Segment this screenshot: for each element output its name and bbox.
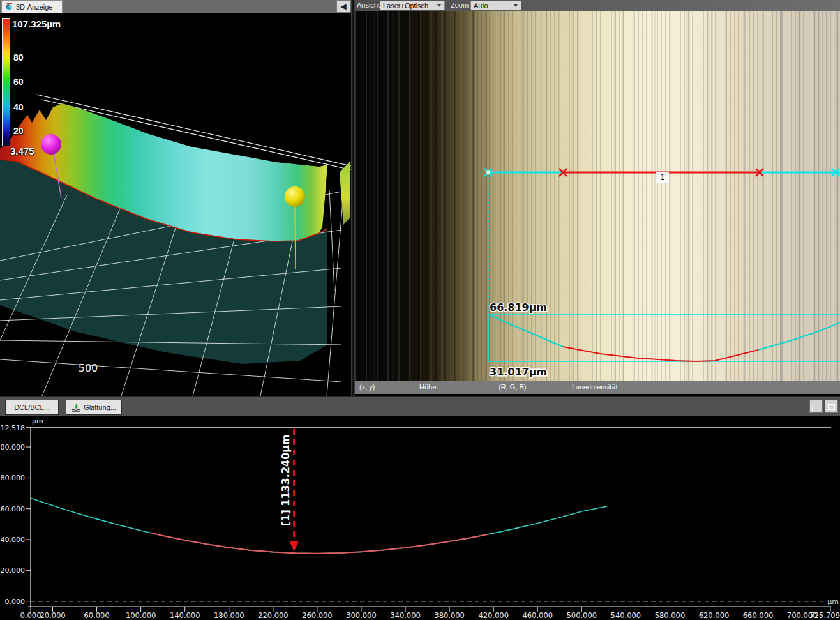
x-tick-label: 100.000 [126, 611, 156, 620]
image-profile-curve-red [563, 347, 758, 361]
profile-curve-measured-segment [152, 533, 488, 554]
x-tick-label: 0.000 [20, 611, 41, 620]
view-mode-value: Laser+Optisch [383, 2, 434, 10]
height-colorbar [2, 18, 10, 146]
surface-right-sliver [340, 161, 350, 225]
x-tick-label: 660.000 [743, 611, 774, 620]
x-tick-label: 340.000 [390, 611, 421, 620]
status-laser: Laserintensität = [572, 383, 626, 391]
x-tick-label: 60.000 [84, 611, 109, 620]
colorbar-min-label: 3.475 [10, 146, 34, 156]
colorbar-tick-20: 20 [13, 126, 24, 136]
y-tick-label: 112.518 [0, 424, 25, 432]
chevron-down-icon [437, 4, 442, 7]
collapse-arrow-icon: ◀ [340, 3, 346, 10]
y-tick-label: 80.000 [1, 474, 26, 482]
application-window: 3D-Anzeige ◀ [0, 0, 840, 620]
status-xy: (x, y) = [359, 383, 383, 391]
x-tick-label: 725.709 [809, 611, 840, 620]
y-tick-label: 40.000 [1, 536, 26, 544]
x-tick-label: 300.000 [346, 611, 377, 620]
zoom-select[interactable]: Auto [470, 1, 521, 10]
x-tick-label: 220.000 [258, 611, 289, 620]
y-unit-label: µm [32, 417, 43, 425]
x-tick-label: 540.000 [611, 611, 641, 620]
lower-height-label: 31.017µm [490, 366, 547, 378]
tab-dcl-bcl[interactable]: DCL/BCL... [5, 400, 59, 415]
x-tick-label: 140.000 [170, 611, 200, 620]
optical-image-view[interactable]: 1 66.819µm 31.017µm [355, 11, 840, 381]
tab-glaettung[interactable]: Glättung... [66, 400, 122, 415]
3d-view-icon [4, 3, 13, 11]
collapse-panel-button[interactable]: ◀ [336, 0, 350, 13]
left-panel-tabbar: 3D-Anzeige ◀ [0, 0, 351, 13]
y-tick-label: 20.000 [1, 566, 26, 575]
restore-icon [828, 404, 835, 410]
bottom-panel-tabbar: DCL/BCL... Glättung... [0, 396, 840, 417]
tab-glaettung-label: Glättung... [84, 404, 116, 411]
image-view-toolbar: Ansicht Laser+Optisch Zoom Auto [355, 0, 840, 11]
minimize-icon [812, 407, 820, 411]
x-tick-label: 420.000 [478, 611, 509, 620]
x-unit-label: µm [827, 598, 839, 606]
profile-region-overlay: 66.819µm 31.017µm [488, 176, 840, 378]
measurement-number-label: 1 [660, 173, 665, 182]
restore-panel-button[interactable] [825, 400, 838, 413]
end-marker-pin [295, 207, 296, 269]
x-tick-label: 620.000 [699, 611, 730, 620]
chevron-down-icon [513, 4, 518, 7]
axis-tick-500: 500 [79, 362, 98, 374]
x-tick-label: 180.000 [214, 611, 244, 620]
profile-chart: µmµm0.00020.00040.00060.00080.000100.000… [0, 416, 840, 620]
profile-chart-panel: µmµm0.00020.00040.00060.00080.000100.000… [0, 416, 840, 620]
view-mode-select[interactable]: Laser+Optisch [380, 1, 445, 10]
tab-3d-anzeige-label: 3D-Anzeige [16, 3, 52, 11]
image-texture-streaks [419, 11, 830, 381]
colorbar-max-label: 107.325µm [12, 19, 61, 29]
x-tick-label: 260.000 [302, 611, 333, 620]
status-rgb: (R, G, B) = [499, 383, 534, 391]
x-tick-label: 20.000 [40, 611, 65, 620]
x-tick-label: 460.000 [522, 611, 553, 620]
end-marker-sphere[interactable] [285, 186, 305, 207]
colorbar-tick-80: 80 [13, 52, 24, 63]
image-profile-curve-cyan [488, 314, 563, 347]
minimize-panel-button[interactable] [809, 400, 823, 413]
status-height: Höhe = [419, 383, 444, 391]
profile-curve [31, 498, 607, 554]
annotation-arrowhead [290, 541, 299, 552]
3d-view-panel[interactable]: 500 107.325µm 80 60 40 20 3.475 [0, 13, 351, 396]
y-tick-label: 60.000 [1, 505, 26, 513]
smoothing-icon [71, 403, 81, 412]
image-statusbar: (x, y) = Höhe = (R, G, B) = Laserintensi… [355, 381, 840, 394]
measurement-line-1[interactable]: 1 [484, 169, 840, 183]
zoom-value: Auto [474, 2, 511, 10]
y-tick-label: 100.000 [0, 443, 25, 451]
view-mode-label: Ansicht [357, 1, 380, 9]
tab-3d-anzeige[interactable]: 3D-Anzeige [1, 0, 63, 13]
colorbar-tick-40: 40 [13, 102, 24, 112]
tab-dcl-bcl-label: DCL/BCL... [14, 404, 50, 411]
upper-height-label: 66.819µm [490, 301, 547, 314]
zoom-label: Zoom [451, 1, 469, 9]
x-tick-label: 380.000 [434, 611, 465, 620]
x-tick-label: 500.000 [567, 611, 597, 620]
annotation-label: [1] 1133.240µm [280, 434, 292, 526]
y-tick-label: 0.000 [5, 598, 26, 606]
start-marker-sphere[interactable] [41, 134, 61, 155]
x-tick-label: 580.000 [655, 611, 686, 620]
3d-surface-render: 500 [0, 13, 351, 396]
colorbar-tick-60: 60 [13, 77, 24, 87]
